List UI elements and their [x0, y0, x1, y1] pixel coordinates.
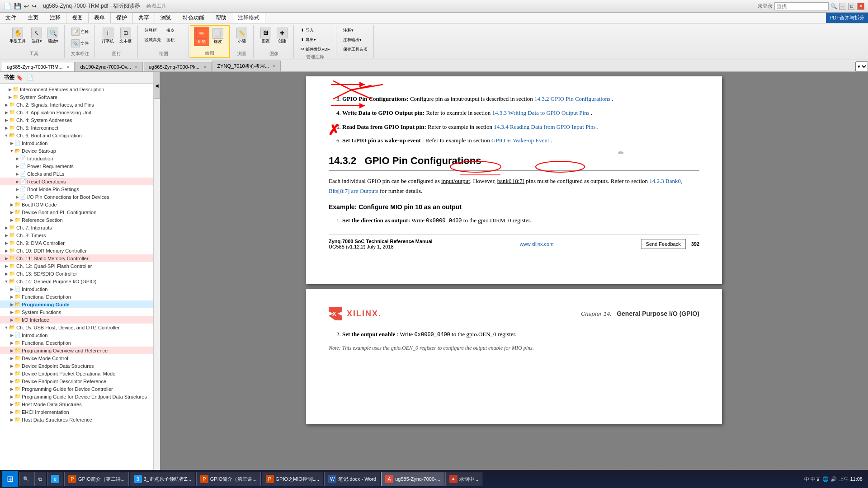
tree-item-ch14-intro[interactable]: ▶ 📄 Introduction	[0, 285, 153, 293]
send-feedback-button[interactable]: Send Feedback	[641, 239, 686, 249]
eraser-btn[interactable]: 橡皮	[164, 26, 185, 35]
tree-item-ch15-hdsr[interactable]: ▶ 📁 Host Data Structures Reference	[0, 416, 153, 423]
tree-item-ch6-intro[interactable]: ▶ 📄 Introduction	[0, 139, 153, 147]
taskbar-edge[interactable]: e	[47, 472, 63, 486]
hand-tool-button[interactable]: ✋ 手型工具	[7, 26, 28, 46]
tree-item-ch13[interactable]: ▶ 📁 Ch. 13: SD/SDIO Controller	[0, 270, 153, 277]
tree-item-ch2[interactable]: ▶ 📁 Ch. 2: Signals, Interfaces, and Pins	[0, 101, 153, 108]
doc-tab-0[interactable]: ug585-Zynq-7000-TRM... ✕	[2, 62, 75, 71]
tree-item-ch15-dedr[interactable]: ▶ 📁 Device Endpoint Descriptor Reference	[0, 377, 153, 385]
file-btn[interactable]: 📎 文件	[69, 38, 91, 49]
tree-item-ch15-func[interactable]: ▶ 📁 Functional Description	[0, 339, 153, 347]
tab-annotate-format[interactable]: 注释格式	[232, 13, 265, 23]
doc-tab-0-close[interactable]: ✕	[66, 65, 70, 70]
create-btn[interactable]: ✚ 创建	[274, 26, 290, 46]
footer-link[interactable]: www.xilinx.com	[520, 241, 554, 247]
note-btn[interactable]: 📝 注释	[69, 26, 91, 37]
image-btn[interactable]: 🖼 图案	[258, 26, 274, 46]
tree-item-ch15-ehci[interactable]: ▶ 📁 EHCI Implementation	[0, 408, 153, 416]
doc-tab-3[interactable]: ZYNQ_7010板心板层... ✕	[212, 61, 281, 71]
tree-item-ch3[interactable]: ▶ 📁 Ch. 3: Application Processing Unit	[0, 108, 153, 116]
minimize-button[interactable]: ─	[839, 3, 846, 10]
taskbar-item-gpio2[interactable]: P GPIO简介（第三讲...	[196, 472, 261, 486]
item3-link[interactable]: 14.3.2 GPIO Pin Configurations	[534, 95, 610, 102]
tree-item-ch10[interactable]: ▶ 📁 Ch. 10: DDR Memory Controller	[0, 247, 153, 254]
start-button[interactable]: ⊞	[2, 471, 18, 487]
content-area[interactable]: ✗ ✏ GPIO Pin Configura	[160, 72, 868, 475]
tree-item-reset[interactable]: ▶ 📄 Reset Operations	[0, 178, 153, 185]
tree-item-startup-intro[interactable]: ▶ 📄 Introduction	[0, 155, 153, 162]
tree-item-bootrom[interactable]: ▶ 📁 BootROM Code	[0, 201, 153, 208]
doc-tab-2[interactable]: ug865-Zynq-7000-Pk... ✕	[144, 62, 212, 71]
tree-item-ch15-deds[interactable]: ▶ 📁 Device Endpoint Data Structures	[0, 362, 153, 370]
tree-item-ch7[interactable]: ▶ 📁 Ch. 7: Interrupts	[0, 224, 153, 231]
close-button[interactable]: ✕	[857, 3, 864, 10]
tree-item-interconnect[interactable]: ▶ 📁 Interconnect Features and Descriptio…	[0, 85, 153, 93]
rubber-btn[interactable]: ⬜ 橡皮	[210, 27, 226, 46]
tree-item-ch11[interactable]: ▶ 📁 Ch. 11: Static Memory Controller	[0, 254, 153, 262]
import-btn[interactable]: ⬇ 导入	[298, 26, 332, 35]
tree-item-ch14-sys[interactable]: ▶ 📁 System Functions	[0, 308, 153, 316]
tree-item-ch14-func[interactable]: ▶ 📁 Functional Description	[0, 293, 153, 300]
zoom-tool-button[interactable]: 🔍 缩放▾	[45, 26, 61, 46]
tab-view[interactable]: 视图	[66, 13, 89, 23]
tree-item-power[interactable]: ▶ 📄 Power Requirements	[0, 162, 153, 170]
tab-file[interactable]: 文件	[0, 13, 22, 23]
tab-annotate[interactable]: 注释	[44, 13, 66, 23]
tree-item-ch14-io[interactable]: ▶ 📁 I/O Interface	[0, 316, 153, 324]
taskbar-item-gpio1[interactable]: P GPIO简介（第二讲...	[64, 472, 129, 486]
item4-link[interactable]: 14.3.3 Writing Data to GPIO Output Pins	[492, 109, 590, 116]
tree-item-ch15-prog[interactable]: ▶ 📁 Programming Overview and Reference	[0, 347, 153, 354]
quick-undo[interactable]: ↩	[24, 3, 29, 9]
tab-form[interactable]: 表单	[89, 13, 111, 23]
taskbar-item-doc1[interactable]: 3 3_正点原子领航者Z...	[130, 472, 195, 486]
tree-item-ch15-depo[interactable]: ▶ 📁 Device Endpoint Packet Operational M…	[0, 370, 153, 377]
tree-item-ch12[interactable]: ▶ 📁 Ch. 12: Quad-SPI Flash Controller	[0, 262, 153, 270]
area-btn[interactable]: 面积	[164, 36, 185, 44]
item6-link[interactable]: GPIO as Wake-up Event	[491, 137, 549, 144]
item5-link[interactable]: 14.3.4 Reading Data from GPIO Input Pins	[494, 123, 595, 130]
tree-item-ch15-intro[interactable]: ▶ 📄 Introduction	[0, 331, 153, 339]
quick-redo[interactable]: ↪	[32, 3, 37, 9]
taskbar-item-pdf[interactable]: A ug585-Zynq-7000-...	[381, 472, 444, 486]
search-icon[interactable]: 🔍	[830, 3, 837, 9]
tree-item-syssw[interactable]: ▶ 📁 System Software	[0, 93, 153, 101]
tree-item-refsec[interactable]: ▶ 📁 Reference Section	[0, 216, 153, 224]
pdf-merge-button[interactable]: PDF合并与拆分	[826, 13, 868, 23]
annotate-box-btn[interactable]: 注释框	[142, 26, 163, 35]
taskbar-item-word[interactable]: W 笔记.docx - Word	[324, 472, 380, 486]
annotation-btn[interactable]: 注释▾	[341, 26, 370, 35]
tab-share[interactable]: 共享	[133, 13, 155, 23]
doc-tab-1[interactable]: ds190-Zynq-7000-Ov... ✕	[75, 62, 143, 71]
export-btn[interactable]: ⬆ 导出▾	[298, 36, 332, 44]
textbox-btn[interactable]: ⊡ 文本框	[117, 26, 134, 46]
doc-tab-2-close[interactable]: ✕	[203, 65, 207, 70]
tree-item-device-startup[interactable]: ▼ 📂 Device Start-up	[0, 147, 153, 155]
tree-item-ch8[interactable]: ▶ 📁 Ch. 8: Timers	[0, 231, 153, 239]
doc-tab-1-close[interactable]: ✕	[134, 65, 138, 70]
pen-btn[interactable]: ✏ 铅笔	[194, 27, 209, 46]
doc-tab-3-close[interactable]: ✕	[272, 64, 276, 69]
tree-item-ch15-hmds[interactable]: ▶ 📁 Host Mode Data Structures	[0, 400, 153, 408]
annotation-output-btn[interactable]: 注释输出▾	[341, 36, 370, 44]
tree-item-deviceboot[interactable]: ▶ 📁 Device Boot and PL Configuration	[0, 208, 153, 216]
tab-dropdown[interactable]: ▾	[855, 61, 868, 71]
taskbar-item-record[interactable]: ● 录制中...	[445, 472, 482, 486]
email-btn[interactable]: ✉ 邮件发送PDF	[298, 45, 332, 54]
tree-item-ch15-pgde[interactable]: ▶ 📁 Programming Guide for Device Endpoin…	[0, 393, 153, 400]
taskbar-task-view[interactable]: ⧉	[34, 472, 46, 486]
tree-item-ch15-dmc[interactable]: ▶ 📁 Device Mode Control	[0, 354, 153, 362]
tree-item-ch6[interactable]: ▼ 📂 Ch. 6: Boot and Configuration	[0, 131, 153, 139]
tree-item-clocks[interactable]: ▶ 📄 Clocks and PLLs	[0, 170, 153, 178]
search-input[interactable]	[774, 2, 829, 10]
tab-browse[interactable]: 浏览	[155, 13, 177, 23]
tab-home[interactable]: 主页	[22, 13, 44, 23]
tree-item-ch5[interactable]: ▶ 📁 Ch. 5: Interconnect	[0, 124, 153, 131]
scale-btn[interactable]: 📏 小缩	[234, 26, 250, 46]
tab-special[interactable]: 特色功能	[177, 13, 210, 23]
sidebar-collapse-button[interactable]: ◀	[154, 72, 160, 99]
select-tool-button[interactable]: ↖ 选择▾	[29, 26, 44, 46]
tree-item-ch15-pgdc[interactable]: ▶ 📁 Programming Guide for Device Control…	[0, 385, 153, 393]
tree-item-ch14-prog[interactable]: ▶ 📂 Programming Guide	[0, 300, 153, 308]
tree-item-bootmode[interactable]: ▶ 📄 Boot Mode Pin Settings	[0, 185, 153, 193]
